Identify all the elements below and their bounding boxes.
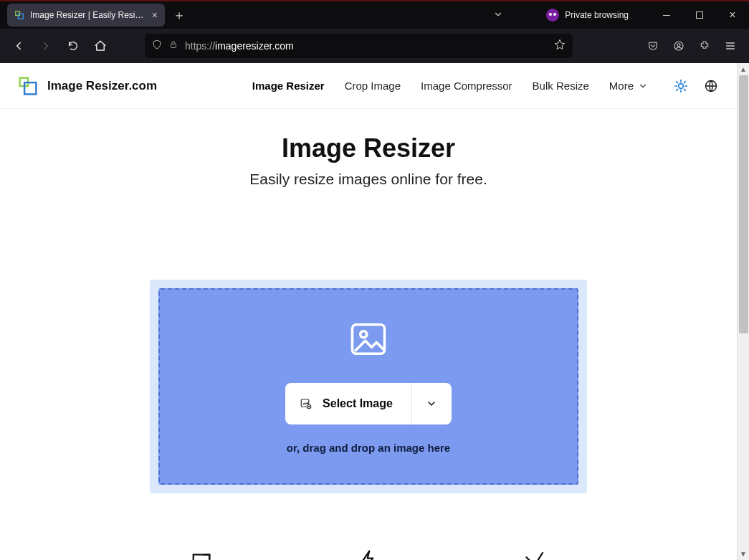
language-globe-icon[interactable] <box>704 79 718 93</box>
extensions-icon[interactable] <box>693 34 716 57</box>
svg-rect-6 <box>24 82 36 94</box>
svg-line-14 <box>677 89 678 90</box>
app-menu-icon[interactable] <box>719 34 742 57</box>
dropzone[interactable]: Select Image or, drag and drop an image … <box>158 288 578 485</box>
lock-icon[interactable] <box>169 39 178 52</box>
page-viewport: Image Resizer.com Image Resizer Crop Ima… <box>0 63 749 560</box>
scrollbar-thumb[interactable] <box>739 75 748 333</box>
select-image-dropdown[interactable] <box>411 383 452 424</box>
new-tab-button[interactable]: ＋ <box>169 5 189 25</box>
feature-row <box>118 549 619 560</box>
nav-more-label: More <box>609 80 634 92</box>
nav-more[interactable]: More <box>609 80 648 92</box>
site-header: Image Resizer.com Image Resizer Crop Ima… <box>0 63 737 109</box>
nav-bulk-resize[interactable]: Bulk Resize <box>533 80 589 92</box>
nav-home-button[interactable] <box>89 34 112 57</box>
feature-resize-icon <box>191 549 212 560</box>
dropzone-hint: or, drag and drop an image here <box>287 442 450 454</box>
page-scrollbar[interactable]: ▲ ▼ <box>737 63 749 560</box>
pocket-icon[interactable] <box>641 34 664 57</box>
select-image-label: Select Image <box>323 397 393 410</box>
feature-speed-icon <box>358 549 379 560</box>
browser-tab[interactable]: Image Resizer | Easily Resize Ima × <box>7 4 165 27</box>
select-image-button[interactable]: Select Image <box>285 383 411 424</box>
tab-close-icon[interactable]: × <box>152 9 158 21</box>
svg-point-4 <box>677 44 680 47</box>
svg-line-13 <box>684 89 685 90</box>
page-content: Image Resizer.com Image Resizer Crop Ima… <box>0 63 737 560</box>
url-prefix: https:// <box>185 40 215 52</box>
bookmark-star-icon[interactable] <box>554 39 566 53</box>
nav-forward-button[interactable] <box>34 34 57 57</box>
svg-rect-1 <box>18 14 23 19</box>
page-subtitle: Easily resize images online for free. <box>0 171 737 188</box>
logo-icon <box>19 77 37 95</box>
tab-favicon-icon <box>14 10 24 20</box>
site-logo[interactable]: Image Resizer.com <box>19 77 157 95</box>
mask-icon <box>546 9 559 22</box>
private-browsing-badge: Private browsing <box>546 9 629 22</box>
browser-toolbar: https://imageresizer.com <box>0 29 749 63</box>
nav-crop-image[interactable]: Crop Image <box>345 80 401 92</box>
site-nav: Image Resizer Crop Image Image Compresso… <box>252 80 648 92</box>
pick-file-icon <box>300 397 313 410</box>
scrollbar-down-icon[interactable]: ▼ <box>738 548 749 560</box>
feature-quality-icon <box>525 549 546 560</box>
account-icon[interactable] <box>667 34 690 57</box>
nav-image-resizer[interactable]: Image Resizer <box>252 80 325 92</box>
chevron-down-icon <box>426 398 437 409</box>
url-bar[interactable]: https://imageresizer.com <box>145 34 573 58</box>
dropzone-container: Select Image or, drag and drop an image … <box>150 280 587 493</box>
shield-icon[interactable] <box>152 39 162 53</box>
window-minimize-button[interactable] <box>650 1 683 29</box>
private-browsing-label: Private browsing <box>565 10 629 20</box>
window-maximize-button[interactable] <box>683 1 716 29</box>
tabs-dropdown-icon[interactable] <box>493 9 503 22</box>
url-text: https://imageresizer.com <box>185 40 294 52</box>
svg-rect-2 <box>171 44 176 48</box>
tab-title: Image Resizer | Easily Resize Ima <box>30 10 146 20</box>
svg-point-7 <box>679 83 684 88</box>
nav-image-compressor[interactable]: Image Compressor <box>421 80 512 92</box>
page-title: Image Resizer <box>0 133 737 163</box>
nav-reload-button[interactable] <box>62 34 85 57</box>
browser-titlebar: Image Resizer | Easily Resize Ima × ＋ Pr… <box>0 0 749 29</box>
nav-back-button[interactable] <box>7 34 30 57</box>
chevron-down-icon <box>638 81 648 91</box>
window-close-button[interactable]: × <box>716 1 749 29</box>
url-host: imageresizer.com <box>215 40 294 52</box>
logo-text: Image Resizer.com <box>47 79 157 93</box>
image-placeholder-icon <box>349 320 388 359</box>
svg-line-12 <box>677 81 678 82</box>
hero: Image Resizer Easily resize images onlin… <box>0 133 737 188</box>
theme-toggle-icon[interactable] <box>674 79 688 93</box>
svg-point-18 <box>361 331 367 337</box>
svg-line-15 <box>684 81 685 82</box>
scrollbar-up-icon[interactable]: ▲ <box>738 63 749 75</box>
